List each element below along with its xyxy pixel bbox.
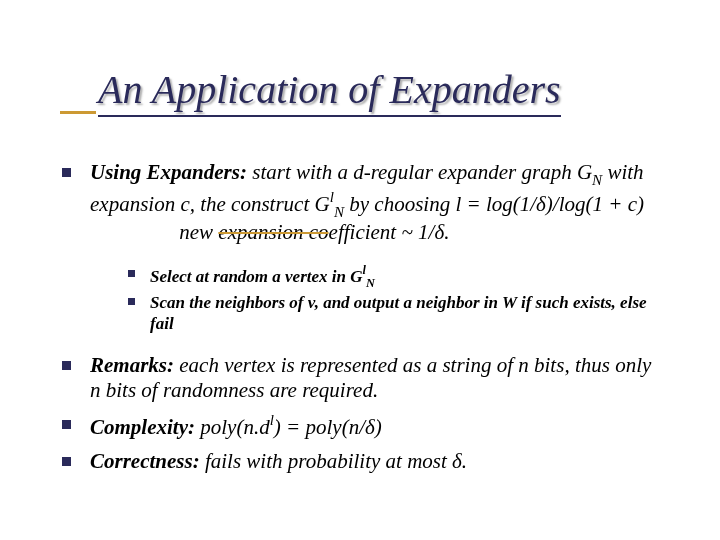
p4-text: fails with probability at most δ. (200, 449, 467, 473)
p1-text-c: by choosing l = log(1/δ)/log(1 + c) (344, 192, 644, 216)
s2-text: Scan the neighbors of v, and output a ne… (150, 293, 647, 333)
square-bullet-icon (62, 457, 71, 466)
p3-sup: l (270, 412, 274, 428)
p4-lead: Correctness: (90, 449, 200, 473)
s1-sub: N (366, 276, 375, 290)
p1-sub-n1: N (592, 172, 602, 188)
p1-text-e: efficient ~ 1/δ. (329, 220, 450, 244)
slide: An Application of Expanders Using Expand… (0, 0, 720, 540)
p1-gap (90, 220, 179, 244)
p1-text-a: start with a d-regular expander graph G (247, 160, 592, 184)
square-bullet-icon (62, 361, 71, 370)
p1-strike: expansion co (218, 220, 328, 244)
p3-text-a: poly(n.d (195, 415, 270, 439)
title-text: An Application of Expanders (98, 66, 561, 117)
slide-body: Using Expanders: start with a d-regular … (62, 160, 666, 482)
square-bullet-icon (62, 168, 71, 177)
sub-bullets: Select at random a vertex in GlN Scan th… (128, 264, 666, 335)
sub-bullet-select: Select at random a vertex in GlN (128, 264, 666, 290)
square-bullet-icon (128, 298, 135, 305)
p2-lead: Remarks: (90, 353, 174, 377)
p1-sub-n2: N (334, 204, 344, 220)
bullet-remarks: Remarks: each vertex is represented as a… (62, 353, 666, 404)
square-bullet-icon (128, 270, 135, 277)
slide-title: An Application of Expanders (98, 66, 561, 117)
bullet-correctness: Correctness: fails with probability at m… (62, 449, 666, 475)
p1-text-d: new (179, 220, 218, 244)
accent-bar (60, 111, 96, 114)
bullet-complexity: Complexity: poly(n.dl) = poly(n/δ) (62, 412, 666, 441)
p2-text: each vertex is represented as a string o… (90, 353, 651, 403)
s1-text: Select at random a vertex in G (150, 267, 362, 286)
p1-sup-l: l (330, 189, 334, 205)
p1-lead: Using Expanders: (90, 160, 247, 184)
sub-bullet-scan: Scan the neighbors of v, and output a ne… (128, 292, 666, 335)
p3-lead: Complexity: (90, 415, 195, 439)
bullet-using-expanders: Using Expanders: start with a d-regular … (62, 160, 666, 335)
square-bullet-icon (62, 420, 71, 429)
p3-text-b: ) = poly(n/δ) (274, 415, 382, 439)
